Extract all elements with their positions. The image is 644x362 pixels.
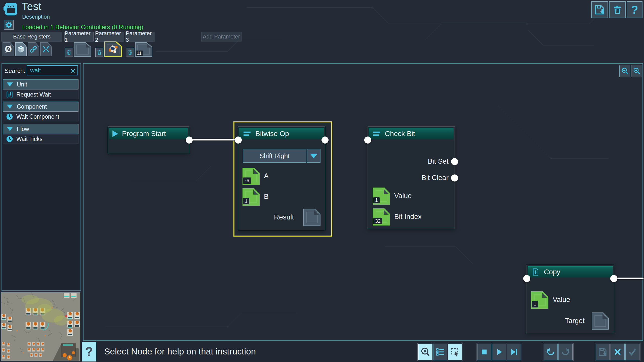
step-button[interactable] [507,344,521,360]
trash-icon [66,50,72,55]
tab-parameter-1[interactable]: Parameter 1 [64,32,94,41]
parameter-1-register[interactable] [74,42,91,57]
wire-programstart-to-bitwise[interactable] [189,139,240,141]
tab-base-registers[interactable]: Base Registers [2,32,62,41]
sidebar-group-flow[interactable]: Flow [3,124,78,134]
sidebar-item-wait-ticks[interactable]: Wait Ticks [3,134,78,144]
magnifier-play-icon [421,347,430,357]
zoom-in-button[interactable] [631,65,642,77]
select-tool-button[interactable] [448,344,462,360]
stop-icon [479,347,489,357]
undo-button[interactable] [544,344,558,360]
question-icon: ? [631,3,638,17]
input-port[interactable] [523,275,530,282]
output-label-bit-clear: Bit Clear [422,174,449,182]
collapse-icon [7,127,13,131]
output-port-bit-set[interactable] [451,158,458,165]
confirm-button[interactable] [625,344,639,360]
gather-register-icon [42,45,50,53]
close-icon [613,347,622,357]
game-world-view[interactable] [1,292,81,361]
parameter-3-register[interactable]: 11 [135,42,152,57]
null-register-icon: Ø [5,44,12,55]
clock-icon [6,113,13,120]
value-register[interactable]: 1 [373,188,390,205]
link-register-icon [29,45,38,54]
bit-index-register[interactable]: 32 [373,208,390,225]
sidebar-item-wait-component[interactable]: Wait Component [3,112,78,121]
output-port[interactable] [186,137,193,144]
output-port[interactable] [321,137,329,144]
result-register[interactable] [303,209,320,226]
cancel-button[interactable] [611,344,625,360]
clear-search-icon[interactable]: × [70,66,75,76]
sidebar-group-component[interactable]: Component [3,102,78,112]
tab-parameter-2[interactable]: Parameter 2 [95,32,124,41]
trash-icon [97,50,102,55]
input-port[interactable] [364,137,371,144]
output-port-bit-clear[interactable] [451,174,458,182]
checkmark-icon [628,347,637,357]
behavior-description[interactable]: Description [22,14,50,20]
register-slot-null[interactable]: Ø [3,42,14,56]
bot-unit-icon [107,43,119,55]
wire-copy-out[interactable] [614,278,643,279]
stop-button[interactable] [477,344,491,360]
save-behavior-button[interactable] [591,1,608,18]
run-button[interactable] [492,344,506,360]
target-register[interactable] [592,312,609,330]
search-label: Search: [5,67,25,74]
input-port[interactable] [235,137,242,144]
redo-button[interactable] [558,344,573,360]
request-wait-icon [6,91,13,98]
chip-register-icon [16,45,25,54]
zoom-out-button[interactable] [619,65,630,77]
sidebar-group-unit[interactable]: Unit [3,79,78,89]
operation-dropdown[interactable]: Shift Right [243,149,320,163]
delete-parameter-1-button[interactable] [65,48,73,57]
help-button[interactable]: ? [627,1,642,18]
value-badge: 1 [532,301,538,307]
delete-parameter-3-button[interactable] [126,48,134,57]
zoom-in-icon [633,67,641,75]
floppy-save-icon [598,347,608,357]
register-slot-link[interactable] [28,42,39,56]
value-register[interactable]: 1 [531,291,548,309]
node-program-start[interactable]: Program Start [108,126,189,153]
help-hint-text: Select Node for help on that instruction [104,346,256,356]
add-parameter-button[interactable]: Add Parameter [201,32,242,41]
node-graph-canvas[interactable]: Program Start Bitwise Op Shift Right -6 … [83,63,643,341]
save-changes-button[interactable] [596,344,610,360]
page-title: Test [22,1,42,13]
node-bitwise-op[interactable]: Bitwise Op Shift Right -6 A 1 B Result [238,126,325,230]
tab-parameter-3[interactable]: Parameter 3 [126,32,155,41]
output-label-bit-set: Bit Set [428,157,449,165]
chevron-down-icon [310,154,317,158]
commit-group [595,343,640,361]
instruction-help-button[interactable]: ? [82,342,96,361]
value-badge: 32 [373,218,382,224]
input-b-register[interactable]: 1 [243,188,260,206]
node-check-bit[interactable]: Check Bit Bit Set Bit Clear 1 Value 32 B… [368,126,455,229]
register-slot-chip[interactable] [15,42,27,56]
register-slot-gather[interactable] [40,42,52,56]
value-badge: 1 [373,197,380,203]
node-copy[interactable]: Copy 1 Value Target [527,265,614,333]
output-port[interactable] [610,275,617,282]
sidebar-item-request-wait[interactable]: Request Wait [3,90,78,99]
bitwise-icon [243,129,251,138]
settings-button[interactable] [4,20,14,30]
behavior-editor-screen: { "header": { "title": "Test", "descript… [0,0,644,362]
list-view-button[interactable] [433,344,447,360]
undo-icon [546,347,555,357]
view-tools-group [417,343,463,361]
clock-icon [6,135,13,143]
parameter-2-register-selected[interactable] [104,41,122,57]
debug-view-button[interactable] [418,344,432,360]
delete-parameter-2-button[interactable] [95,48,103,57]
input-a-register[interactable]: -6 [243,168,260,185]
dropdown-arrow-button[interactable] [307,149,320,163]
delete-behavior-button[interactable] [609,1,626,18]
parameter-3-value-badge: 11 [136,51,143,56]
playback-group [476,343,522,361]
